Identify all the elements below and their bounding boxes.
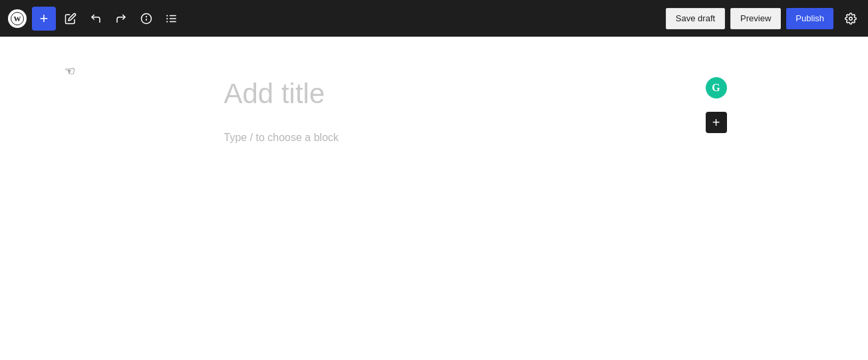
preview-label: Preview — [740, 13, 771, 23]
title-field[interactable]: Add title — [221, 77, 647, 110]
preview-button[interactable]: Preview — [730, 8, 781, 29]
save-draft-button[interactable]: Save draft — [666, 8, 725, 29]
block-placeholder-text: Type / to choose a block — [224, 132, 339, 143]
block-field[interactable]: Type / to choose a block — [221, 129, 647, 146]
info-icon — [140, 13, 152, 25]
wp-logo: W — [5, 7, 29, 31]
editor-area: G + Add title Type / to choose a block ☜ — [0, 37, 868, 360]
settings-gear-icon — [845, 13, 857, 25]
settings-button[interactable] — [839, 7, 863, 31]
list-view-button[interactable] — [160, 7, 184, 31]
wordpress-icon: W — [11, 12, 24, 25]
grammarly-letter: G — [712, 82, 720, 94]
undo-icon — [90, 13, 102, 25]
inline-add-block-button[interactable]: + — [706, 112, 727, 133]
inline-add-icon: + — [712, 115, 720, 130]
title-placeholder-text: Add title — [224, 78, 325, 109]
add-block-button[interactable]: + — [32, 7, 56, 31]
toolbar: W + — [0, 0, 868, 37]
redo-icon — [115, 13, 127, 25]
save-draft-label: Save draft — [676, 13, 715, 23]
editor-content: G + Add title Type / to choose a block — [221, 77, 647, 146]
svg-text:W: W — [14, 15, 21, 23]
pencil-icon — [65, 13, 76, 25]
add-icon: + — [40, 10, 49, 27]
svg-point-11 — [849, 17, 853, 20]
list-view-icon — [166, 13, 178, 25]
grammarly-icon: G — [706, 77, 727, 98]
info-button[interactable] — [134, 7, 158, 31]
wp-logo-icon: W — [8, 9, 27, 28]
toolbar-right: Save draft Preview Publish — [666, 7, 863, 31]
redo-button[interactable] — [109, 7, 133, 31]
edit-mode-button[interactable] — [59, 7, 82, 31]
cursor-pointer: ☜ — [65, 64, 75, 79]
publish-button[interactable]: Publish — [786, 8, 833, 29]
publish-label: Publish — [796, 13, 824, 23]
undo-button[interactable] — [84, 7, 108, 31]
